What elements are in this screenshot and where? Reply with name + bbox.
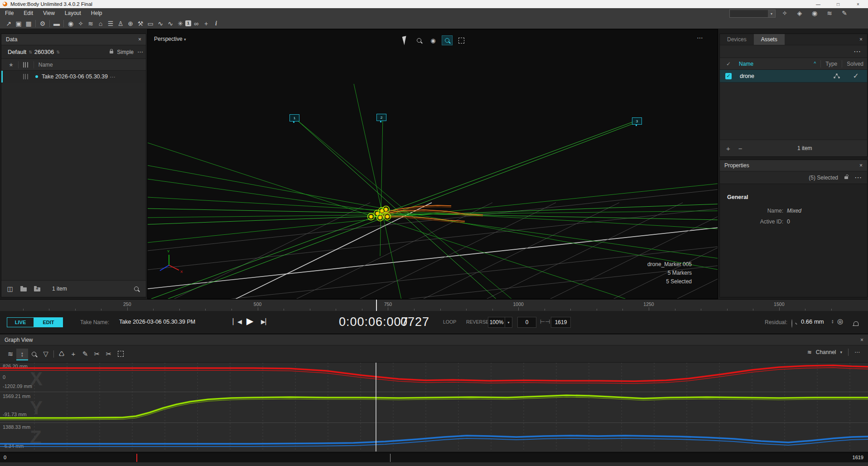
session-name[interactable]: 260306 [34,49,54,55]
graph-settings-icon[interactable]: ≋ [5,349,16,359]
skip-end-button[interactable]: ▶▏ [261,318,270,325]
add-keys-icon[interactable]: + [68,349,79,359]
solved-column-header[interactable]: Solved [847,61,863,67]
marquee-select-tool-icon[interactable] [456,36,466,45]
type-column-header[interactable]: Type [825,61,837,67]
menu-file[interactable]: File [0,10,19,16]
assets-pane-icon[interactable]: ◈ [795,9,805,17]
minimize-button[interactable]: — [808,0,828,8]
sort-asc-icon[interactable]: ^ [814,61,816,66]
close-button[interactable]: × [848,0,868,8]
graph-a-icon[interactable]: ∿ [155,19,165,28]
lock-icon[interactable] [110,51,113,53]
edit-button[interactable]: EDIT [34,317,63,327]
field-activeid-value[interactable]: 0 [787,218,790,225]
follow-tool-icon[interactable]: ◉ [428,36,438,45]
save-take-increment-icon[interactable]: ▦ [24,19,34,28]
mode-label[interactable]: Simple [117,49,134,55]
graph-menu-icon[interactable]: ⋯ [854,349,860,355]
skip-start-button[interactable]: ▏◀ [233,318,242,325]
camera-pane-icon[interactable]: ◉ [810,9,820,17]
add-asset-button[interactable]: + [726,145,730,152]
residual-spinner[interactable]: ▴▾ [832,319,834,324]
unlock-icon[interactable] [844,176,848,179]
menu-help[interactable]: Help [86,10,107,16]
edit-pane-icon[interactable]: ✎ [839,9,849,17]
take-row[interactable]: Take 2026-03-06 05.30.39 ⋯ [1,71,146,83]
graph-b-icon[interactable]: ∿ [165,19,175,28]
name-column-header[interactable]: Name [39,62,53,68]
tab-devices[interactable]: Devices [720,34,754,45]
take-name[interactable]: Take 2026-03-06 05.30.39 [42,73,108,80]
edit-tools-pane-icon[interactable]: ✧ [780,9,790,17]
edit-keys-icon[interactable]: ✎ [79,349,91,359]
streaming-icon[interactable]: ◎ [837,317,843,325]
tab-assets[interactable]: Assets [754,34,785,45]
marquee-graph-icon[interactable] [115,349,126,359]
asset-name[interactable]: drone [740,73,754,79]
session-row[interactable]: Default ⇅ 260306 ⇅ Simple ⋯ [1,45,146,59]
more-icon[interactable]: ⋯ [854,47,861,56]
menu-edit[interactable]: Edit [19,10,38,16]
close-icon[interactable]: × [138,36,141,43]
settings-icon[interactable]: ⚙ [38,19,48,28]
graph-area[interactable]: X Y Z 826.20 mm 0 -1202.09 mm 1569.21 mm… [0,363,868,451]
camera-3[interactable]: 3 [632,117,642,125]
delete-keys-icon[interactable]: ♺ [56,349,68,359]
cut-left-icon[interactable]: ✂ [91,349,103,359]
speed-select[interactable]: 100% [488,317,505,328]
layout-combo[interactable]: ▾ [729,10,776,18]
profile-name[interactable]: Default [8,49,26,55]
probe-icon[interactable]: ▭ [145,19,155,28]
field-name-value[interactable]: Mixed [787,208,801,214]
close-icon[interactable]: × [860,337,863,343]
open-take-icon[interactable]: ↗ [4,19,14,28]
name-column-header[interactable]: Name [739,61,753,67]
close-icon[interactable]: × [859,36,863,43]
zoom-selected-tool-icon[interactable] [442,36,452,45]
data-pane-icon[interactable]: ≋ [825,9,834,17]
range-start-input[interactable]: 0 [517,317,536,328]
updown-icon[interactable]: ⇅ [56,50,60,54]
updown-icon[interactable]: ⇅ [29,50,32,54]
search-icon[interactable] [134,286,139,291]
cut-right-icon[interactable]: ✂ [103,349,115,359]
rigging-icon[interactable]: ⚒ [135,19,145,28]
zoom-tool-icon[interactable] [414,36,424,45]
layout-icon[interactable]: ▬ [52,19,62,28]
more-icon[interactable]: ⋯ [854,173,862,182]
asset-row-drone[interactable]: ✓ drone ✓ [720,70,867,83]
asset-checkbox[interactable]: ✓ [725,73,732,79]
frame-one-icon[interactable]: 1 [185,20,191,26]
menu-view[interactable]: View [38,10,60,16]
play-button[interactable]: ▶ [246,316,253,326]
skeleton-icon[interactable]: ♙ [116,19,125,28]
edit-tools-icon[interactable]: ✧ [76,19,86,28]
camera-calibration-icon[interactable]: ◉ [66,19,76,28]
viewport-menu-icon[interactable]: ⋯ [697,34,704,41]
notifications-icon[interactable] [854,321,858,325]
camera-1[interactable]: 1 [289,114,299,121]
channel-selector[interactable]: Channel [816,349,836,355]
timeline-playhead[interactable] [376,300,377,311]
folder-icon[interactable] [20,287,27,291]
panel-view-icon[interactable]: ◫ [5,285,15,293]
info-icon[interactable]: i [211,19,221,28]
save-take-icon[interactable]: ▣ [14,19,24,28]
perspective-viewport[interactable]: YX Perspective ▾ ◉ ⋯ 123 drone_Marker 00… [147,29,718,299]
constraints-icon[interactable]: ⊕ [125,19,135,28]
chevron-down-icon[interactable]: ▾ [768,10,775,17]
reverse-button[interactable]: REVERSE [466,319,489,325]
chevron-down-icon[interactable]: ▾ [840,350,842,354]
remove-asset-button[interactable]: − [738,145,743,152]
add-icon[interactable]: + [201,19,211,28]
range-scrollbar[interactable]: 0 1619 [0,452,868,463]
new-folder-icon[interactable] [34,287,40,291]
live-button[interactable]: LIVE [7,317,34,327]
timeline-ruler[interactable]: 250500750100012501500 [0,299,868,312]
loop-button[interactable]: LOOP [443,319,456,325]
labeling-icon[interactable]: ☰ [106,19,116,28]
view-selector[interactable]: Perspective ▾ [154,36,186,42]
zoom-graph-icon[interactable] [28,349,40,359]
select-tool-icon[interactable] [400,36,410,45]
